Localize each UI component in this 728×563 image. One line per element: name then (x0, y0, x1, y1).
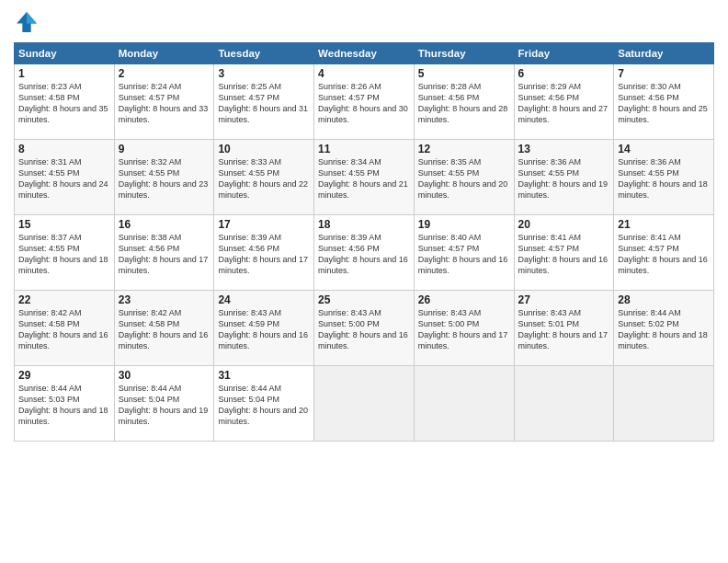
day-cell: 16Sunrise: 8:38 AMSunset: 4:56 PMDayligh… (114, 215, 214, 291)
page: SundayMondayTuesdayWednesdayThursdayFrid… (0, 0, 728, 563)
day-info: Sunrise: 8:30 AMSunset: 4:56 PMDaylight:… (618, 81, 710, 126)
day-info: Sunrise: 8:43 AMSunset: 5:00 PMDaylight:… (318, 307, 410, 352)
day-info: Sunrise: 8:28 AMSunset: 4:56 PMDaylight:… (418, 81, 510, 126)
day-info: Sunrise: 8:40 AMSunset: 4:57 PMDaylight:… (418, 232, 510, 277)
day-cell: 20Sunrise: 8:41 AMSunset: 4:57 PMDayligh… (514, 215, 614, 291)
weekday-header-sunday: Sunday (15, 43, 115, 64)
header (14, 9, 714, 35)
day-cell: 15Sunrise: 8:37 AMSunset: 4:55 PMDayligh… (15, 215, 115, 291)
day-info: Sunrise: 8:41 AMSunset: 4:57 PMDaylight:… (618, 232, 710, 277)
day-cell (614, 366, 714, 442)
day-number: 12 (418, 143, 510, 155)
day-cell: 18Sunrise: 8:39 AMSunset: 4:56 PMDayligh… (314, 215, 415, 291)
day-info: Sunrise: 8:36 AMSunset: 4:55 PMDaylight:… (518, 156, 610, 201)
day-number: 14 (618, 143, 710, 155)
calendar-table: SundayMondayTuesdayWednesdayThursdayFrid… (14, 42, 714, 442)
day-cell: 28Sunrise: 8:44 AMSunset: 5:02 PMDayligh… (614, 291, 714, 366)
day-cell: 22Sunrise: 8:42 AMSunset: 4:58 PMDayligh… (15, 291, 115, 366)
day-cell: 11Sunrise: 8:34 AMSunset: 4:55 PMDayligh… (314, 140, 415, 215)
day-number: 6 (518, 67, 610, 80)
day-info: Sunrise: 8:35 AMSunset: 4:55 PMDaylight:… (418, 156, 510, 201)
week-row-1: 1Sunrise: 8:23 AMSunset: 4:58 PMDaylight… (15, 64, 714, 140)
day-cell: 26Sunrise: 8:43 AMSunset: 5:00 PMDayligh… (414, 291, 514, 366)
day-info: Sunrise: 8:43 AMSunset: 4:59 PMDaylight:… (218, 307, 310, 352)
day-info: Sunrise: 8:33 AMSunset: 4:55 PMDaylight:… (218, 156, 310, 201)
day-number: 3 (218, 67, 310, 80)
day-number: 7 (618, 67, 710, 80)
day-info: Sunrise: 8:44 AMSunset: 5:04 PMDaylight:… (218, 383, 310, 428)
day-info: Sunrise: 8:43 AMSunset: 5:00 PMDaylight:… (418, 307, 510, 352)
weekday-header-monday: Monday (114, 43, 214, 64)
day-cell: 17Sunrise: 8:39 AMSunset: 4:56 PMDayligh… (214, 215, 314, 291)
day-info: Sunrise: 8:26 AMSunset: 4:57 PMDaylight:… (318, 81, 410, 126)
day-number: 16 (119, 218, 210, 231)
day-cell: 8Sunrise: 8:31 AMSunset: 4:55 PMDaylight… (15, 140, 115, 215)
weekday-header-row: SundayMondayTuesdayWednesdayThursdayFrid… (15, 43, 714, 64)
day-cell: 25Sunrise: 8:43 AMSunset: 5:00 PMDayligh… (314, 291, 415, 366)
day-number: 5 (418, 67, 510, 80)
svg-marker-1 (27, 12, 37, 23)
day-cell: 7Sunrise: 8:30 AMSunset: 4:56 PMDaylight… (614, 64, 714, 140)
week-row-4: 22Sunrise: 8:42 AMSunset: 4:58 PMDayligh… (15, 291, 714, 366)
day-info: Sunrise: 8:43 AMSunset: 5:01 PMDaylight:… (518, 307, 610, 352)
day-info: Sunrise: 8:44 AMSunset: 5:03 PMDaylight:… (18, 383, 110, 428)
day-cell (314, 366, 415, 442)
day-cell: 30Sunrise: 8:44 AMSunset: 5:04 PMDayligh… (114, 366, 214, 442)
day-cell: 31Sunrise: 8:44 AMSunset: 5:04 PMDayligh… (214, 366, 314, 442)
weekday-header-thursday: Thursday (414, 43, 514, 64)
day-info: Sunrise: 8:38 AMSunset: 4:56 PMDaylight:… (119, 232, 210, 277)
day-number: 8 (18, 143, 110, 155)
day-info: Sunrise: 8:39 AMSunset: 4:56 PMDaylight:… (218, 232, 310, 277)
day-info: Sunrise: 8:24 AMSunset: 4:57 PMDaylight:… (119, 81, 210, 126)
day-number: 30 (119, 369, 210, 382)
day-number: 9 (119, 143, 210, 155)
day-cell: 13Sunrise: 8:36 AMSunset: 4:55 PMDayligh… (514, 140, 614, 215)
day-cell: 6Sunrise: 8:29 AMSunset: 4:56 PMDaylight… (514, 64, 614, 140)
day-cell (514, 366, 614, 442)
weekday-header-tuesday: Tuesday (214, 43, 314, 64)
day-info: Sunrise: 8:36 AMSunset: 4:55 PMDaylight:… (618, 156, 710, 201)
day-info: Sunrise: 8:37 AMSunset: 4:55 PMDaylight:… (18, 232, 110, 277)
day-cell: 9Sunrise: 8:32 AMSunset: 4:55 PMDaylight… (114, 140, 214, 215)
day-number: 1 (18, 67, 110, 80)
weekday-header-friday: Friday (514, 43, 614, 64)
week-row-3: 15Sunrise: 8:37 AMSunset: 4:55 PMDayligh… (15, 215, 714, 291)
day-number: 10 (218, 143, 310, 155)
day-number: 27 (518, 293, 610, 306)
day-number: 13 (518, 143, 610, 155)
day-number: 29 (18, 369, 110, 382)
day-number: 25 (318, 293, 410, 306)
day-number: 21 (618, 218, 710, 231)
day-info: Sunrise: 8:29 AMSunset: 4:56 PMDaylight:… (518, 81, 610, 126)
day-number: 11 (318, 143, 410, 155)
day-cell: 5Sunrise: 8:28 AMSunset: 4:56 PMDaylight… (414, 64, 514, 140)
logo (14, 9, 43, 35)
day-info: Sunrise: 8:34 AMSunset: 4:55 PMDaylight:… (318, 156, 410, 201)
day-number: 17 (218, 218, 310, 231)
day-cell: 12Sunrise: 8:35 AMSunset: 4:55 PMDayligh… (414, 140, 514, 215)
week-row-2: 8Sunrise: 8:31 AMSunset: 4:55 PMDaylight… (15, 140, 714, 215)
day-info: Sunrise: 8:25 AMSunset: 4:57 PMDaylight:… (218, 81, 310, 126)
day-cell: 3Sunrise: 8:25 AMSunset: 4:57 PMDaylight… (214, 64, 314, 140)
day-cell: 29Sunrise: 8:44 AMSunset: 5:03 PMDayligh… (15, 366, 115, 442)
day-info: Sunrise: 8:44 AMSunset: 5:04 PMDaylight:… (119, 383, 210, 428)
day-number: 20 (518, 218, 610, 231)
day-number: 18 (318, 218, 410, 231)
day-cell: 10Sunrise: 8:33 AMSunset: 4:55 PMDayligh… (214, 140, 314, 215)
day-number: 19 (418, 218, 510, 231)
day-cell: 27Sunrise: 8:43 AMSunset: 5:01 PMDayligh… (514, 291, 614, 366)
day-cell (414, 366, 514, 442)
day-number: 15 (18, 218, 110, 231)
weekday-header-wednesday: Wednesday (314, 43, 415, 64)
logo-icon (14, 9, 40, 35)
day-number: 4 (318, 67, 410, 80)
day-cell: 2Sunrise: 8:24 AMSunset: 4:57 PMDaylight… (114, 64, 214, 140)
weekday-header-saturday: Saturday (614, 43, 714, 64)
day-info: Sunrise: 8:31 AMSunset: 4:55 PMDaylight:… (18, 156, 110, 201)
day-info: Sunrise: 8:44 AMSunset: 5:02 PMDaylight:… (618, 307, 710, 352)
day-info: Sunrise: 8:42 AMSunset: 4:58 PMDaylight:… (119, 307, 210, 352)
day-number: 28 (618, 293, 710, 306)
day-info: Sunrise: 8:39 AMSunset: 4:56 PMDaylight:… (318, 232, 410, 277)
day-number: 22 (18, 293, 110, 306)
day-number: 2 (119, 67, 210, 80)
